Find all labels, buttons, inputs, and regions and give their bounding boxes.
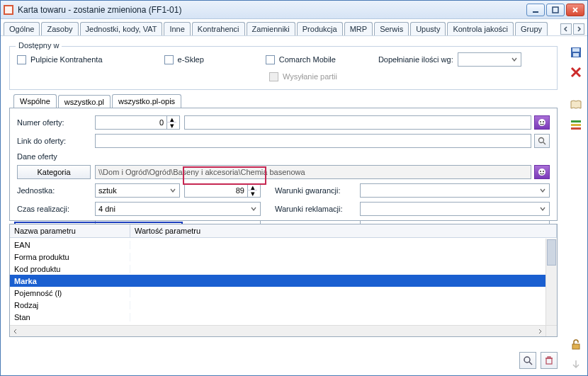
link-input[interactable] xyxy=(95,134,531,148)
grid-row[interactable]: EAN xyxy=(10,239,545,251)
search-button[interactable] xyxy=(519,352,536,369)
grid-row[interactable]: Rodzaj xyxy=(10,299,545,311)
available-groupbox: Dostępny w Pulpicie Kontrahenta e-Sklep … xyxy=(9,46,558,90)
grid-hscroll[interactable] xyxy=(10,325,545,336)
czas-select[interactable]: 4 dni xyxy=(95,202,261,216)
svg-point-11 xyxy=(524,357,530,363)
cancel-icon[interactable] xyxy=(568,64,584,80)
lbl-pulpit: Pulpicie Kontrahenta xyxy=(30,55,103,64)
lbl-dopel: Dopełnianie ilości wg: xyxy=(378,55,453,64)
jednostka-select[interactable]: sztuk xyxy=(95,183,180,198)
svg-point-7 xyxy=(539,138,544,143)
grid-col-wartosc[interactable]: Wartość parametru xyxy=(130,224,557,237)
content: Ogólne Zasoby Jednostki, kody, VAT Inne … xyxy=(1,19,587,375)
chevron-down-icon xyxy=(509,55,519,64)
svg-point-5 xyxy=(540,121,541,123)
subtab-wszystkopl-opis[interactable]: wszystko.pl-opis xyxy=(112,94,181,108)
tab-kontrola[interactable]: Kontrola jakości xyxy=(447,22,514,35)
tab-panel: Dostępny w Pulpicie Kontrahenta e-Sklep … xyxy=(4,40,563,372)
tab-zamienniki[interactable]: Zamienniki xyxy=(247,22,295,35)
hscroll-left[interactable] xyxy=(10,326,21,336)
arrow-icon[interactable] xyxy=(568,357,584,372)
numer-text[interactable] xyxy=(184,115,531,130)
grid-body[interactable]: EAN Forma produktu Kod produktu Marka Po… xyxy=(10,239,545,325)
kategoria-button[interactable]: Kategoria xyxy=(17,165,91,179)
svg-point-6 xyxy=(543,121,544,123)
svg-rect-18 xyxy=(571,127,581,130)
hscroll-right[interactable] xyxy=(534,326,545,336)
grid-vscroll[interactable] xyxy=(545,239,557,325)
tab-scroll-right[interactable] xyxy=(573,23,584,35)
lbl-jednostka: Jednostka: xyxy=(17,186,95,195)
tab-jednostki[interactable]: Jednostki, kody, VAT xyxy=(80,22,163,35)
numer-input[interactable] xyxy=(96,116,166,129)
chevron-down-icon xyxy=(168,186,178,195)
chk-wysylanie xyxy=(269,72,278,81)
ilosc-input[interactable] xyxy=(185,184,247,197)
numer-spinner[interactable]: ▴▾ xyxy=(95,115,180,130)
offer-link-icon[interactable] xyxy=(534,115,550,130)
subtab-wszystkopl[interactable]: wszystko.pl xyxy=(58,95,111,108)
tab-kontrahenci[interactable]: Kontrahenci xyxy=(192,22,245,35)
close-button[interactable] xyxy=(566,4,584,16)
ilosc-spin-buttons[interactable]: ▴▾ xyxy=(247,184,257,197)
lbl-link: Link do oferty: xyxy=(17,137,95,145)
chk-comarch[interactable] xyxy=(266,55,275,64)
app-icon xyxy=(4,5,13,15)
grid-row[interactable]: Stan xyxy=(10,311,545,323)
svg-rect-2 xyxy=(533,11,538,13)
chk-esklep[interactable] xyxy=(164,55,174,64)
lbl-wysylanie: Wysyłanie partii xyxy=(283,72,337,81)
main-tabbar: Ogólne Zasoby Jednostki, kody, VAT Inne … xyxy=(1,19,587,36)
svg-rect-17 xyxy=(571,124,581,126)
tab-mrp[interactable]: MRP xyxy=(344,22,373,35)
tab-ogolne[interactable]: Ogólne xyxy=(4,22,40,35)
grid-col-nazwa[interactable]: Nazwa parametru xyxy=(10,224,130,237)
param-grid: Nazwa parametru Wartość parametru EAN Fo… xyxy=(9,224,558,337)
sub-panel: Numer oferty: ▴▾ Link do oferty: xyxy=(9,108,558,221)
tab-serwis[interactable]: Serwis xyxy=(374,22,409,35)
tab-scroll xyxy=(559,23,584,35)
tab-inne[interactable]: Inne xyxy=(164,22,190,35)
subtab-wspolne[interactable]: Wspólne xyxy=(13,94,57,108)
available-legend: Dostępny w xyxy=(16,41,62,50)
dopel-dropdown[interactable] xyxy=(458,52,521,67)
kategoria-link-icon[interactable] xyxy=(534,165,550,179)
lbl-dane: Dane oferty xyxy=(17,152,95,161)
link-search-icon[interactable] xyxy=(534,134,550,148)
svg-rect-12 xyxy=(546,358,552,364)
chk-pulpit[interactable] xyxy=(17,55,26,64)
titlebar: Karta towaru - zostanie zmieniona (FF1-0… xyxy=(1,1,587,19)
book-icon[interactable] xyxy=(568,97,584,113)
grid-row[interactable]: Forma produktu xyxy=(10,251,545,263)
lbl-comarch: Comarch Mobile xyxy=(279,55,336,64)
main-tabs: Ogólne Zasoby Jednostki, kody, VAT Inne … xyxy=(4,22,559,35)
reklamacji-select[interactable] xyxy=(360,202,550,216)
gwarancji-select[interactable] xyxy=(360,183,550,198)
delete-button[interactable] xyxy=(541,352,558,369)
tab-upusty[interactable]: Upusty xyxy=(410,22,446,35)
lbl-numer: Numer oferty: xyxy=(17,118,95,127)
chevron-down-icon xyxy=(538,186,548,195)
tab-scroll-left[interactable] xyxy=(560,23,572,35)
grid-row-selected[interactable]: Marka xyxy=(10,275,545,287)
lbl-esklep: e-Sklep xyxy=(178,55,204,64)
svg-rect-14 xyxy=(572,48,579,52)
save-icon[interactable] xyxy=(568,45,584,60)
svg-point-10 xyxy=(543,171,544,172)
chevron-down-icon xyxy=(249,204,259,214)
minimize-button[interactable] xyxy=(526,4,545,16)
tab-grupy[interactable]: Grupy xyxy=(515,22,548,35)
grid-row[interactable]: Kod produktu xyxy=(10,263,545,275)
lbl-gwarancji: Warunki gwarancji: xyxy=(275,186,360,195)
ilosc-spinner[interactable]: ▴▾ xyxy=(184,183,261,198)
tab-produkcja[interactable]: Produkcja xyxy=(297,22,343,35)
grid-header: Nazwa parametru Wartość parametru xyxy=(10,224,557,238)
grid-row[interactable]: Pojemność (l) xyxy=(10,287,545,299)
lbl-czas: Czas realizacji: xyxy=(17,205,95,213)
bars-icon[interactable] xyxy=(568,117,584,132)
lock-icon[interactable] xyxy=(568,337,584,353)
maximize-button[interactable] xyxy=(546,4,565,16)
tab-zasoby[interactable]: Zasoby xyxy=(41,22,78,35)
numer-spin-buttons[interactable]: ▴▾ xyxy=(166,116,176,129)
